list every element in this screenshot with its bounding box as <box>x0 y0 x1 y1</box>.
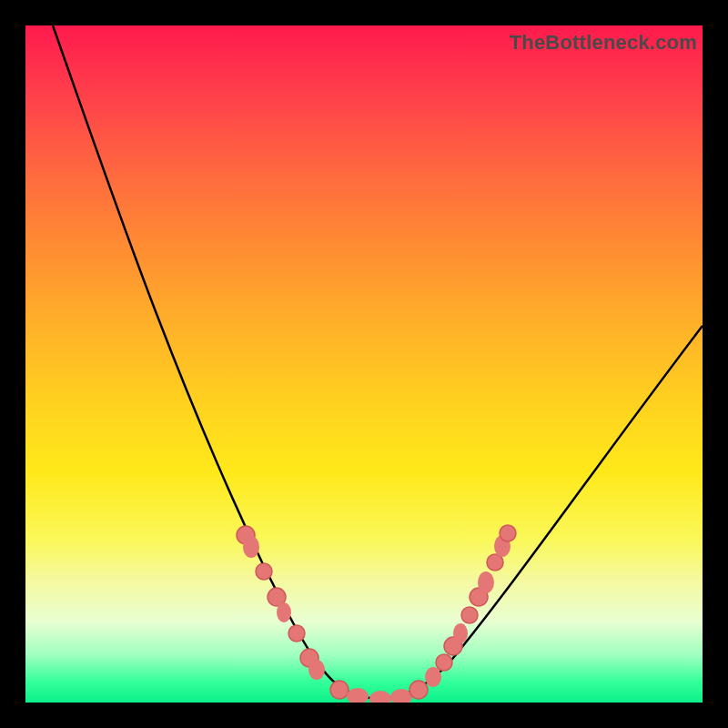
curve-path <box>53 25 703 698</box>
plot-area: TheBottleneck.com <box>25 25 703 703</box>
marker-dot <box>308 660 325 680</box>
marker-dot <box>288 625 305 642</box>
marker-dot <box>410 681 428 699</box>
marker-dot <box>436 654 452 671</box>
marker-dot <box>256 563 272 580</box>
bottleneck-curve <box>25 25 703 703</box>
marker-dot <box>478 571 494 593</box>
marker-dot <box>500 525 516 541</box>
marker-dot <box>347 688 369 703</box>
marker-dot <box>277 602 291 622</box>
marker-dot <box>425 667 441 687</box>
marker-dot <box>461 607 478 623</box>
marker-dot <box>330 681 349 699</box>
marker-dot <box>369 691 391 703</box>
marker-dot <box>243 536 259 558</box>
marker-dot <box>453 623 468 643</box>
chart-frame: TheBottleneck.com <box>0 0 728 728</box>
